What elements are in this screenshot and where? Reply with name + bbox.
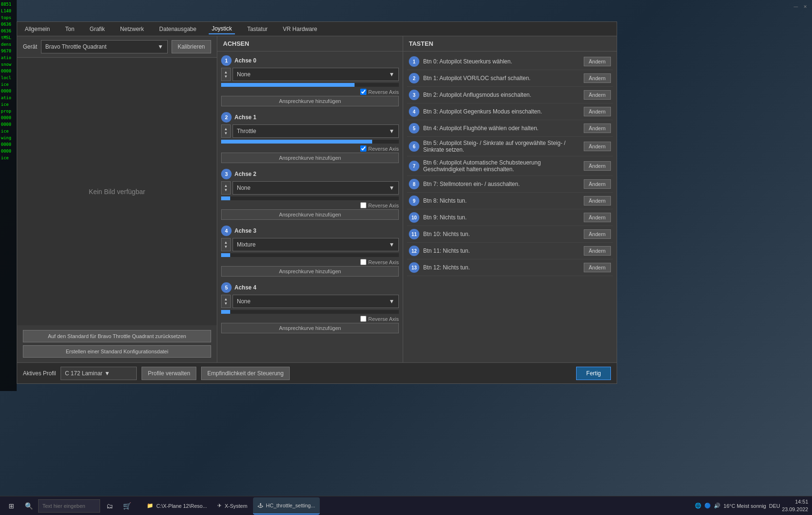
telem-line: atio: [1, 54, 16, 61]
aendern-btn-11[interactable]: Ändern: [584, 246, 611, 256]
axis-item-2: 3 Achse 2 ▲ ▼ None ▼ Reverse Axis Anspre…: [221, 169, 399, 220]
axis-controls-4: ▲ ▼ None ▼: [221, 295, 399, 308]
btn-label-0: Btn 0: Autopilot Steuerkurs wählen.: [423, 58, 580, 65]
close-button[interactable]: ✕: [802, 4, 808, 10]
axis-header-1: 2 Achse 1: [221, 112, 399, 123]
menu-allgemein[interactable]: Allgemein: [22, 24, 53, 34]
aendern-btn-3[interactable]: Ändern: [584, 107, 611, 116]
axis-bar-container-0: [221, 83, 399, 87]
axis-select-1[interactable]: Throttle ▼: [233, 124, 399, 138]
axis-reverse-checkbox-1[interactable]: [360, 145, 366, 152]
axis-header-2: 3 Achse 2: [221, 169, 399, 179]
tasten-item-4: 5 Btn 4: Autopilot Flughöhe wählen oder …: [407, 120, 613, 137]
calibrate-button[interactable]: Kalibrieren: [172, 40, 211, 53]
taskbar-search-input[interactable]: [38, 499, 100, 513]
add-curve-btn-3[interactable]: Ansprechkurve hinzufügen: [221, 266, 399, 277]
axes-list: 1 Achse 0 ▲ ▼ None ▼ Reverse Axis Anspre…: [217, 52, 403, 362]
taskbar-explorer-icon[interactable]: 🗂: [102, 498, 117, 514]
telem-line: 9670: [1, 48, 16, 54]
axis-reverse-row-1: Reverse Axis: [221, 145, 399, 152]
device-image-area: Kein Bild verfügbar: [17, 58, 217, 325]
menu-grafik[interactable]: Grafik: [87, 24, 108, 34]
device-bottom-buttons: Auf den Standard für Bravo Throttle Quad…: [17, 325, 217, 362]
search-icon[interactable]: 🔍: [21, 498, 36, 514]
menu-datenausgabe[interactable]: Datenausgabe: [156, 24, 199, 34]
aendern-btn-4[interactable]: Ändern: [584, 124, 611, 133]
telem-line: 0000: [1, 114, 16, 121]
profile-select[interactable]: C 172 Laminar ▼: [61, 367, 137, 380]
menu-tastatur[interactable]: Tastatur: [244, 24, 271, 34]
menu-ton[interactable]: Ton: [62, 24, 77, 34]
menu-netzwerk[interactable]: Netzwerk: [117, 24, 147, 34]
app-label-explorer: C:\X-Plane 12\Reso...: [156, 503, 207, 509]
btn-label-3: Btn 3: Autopilot Gegenkurs Modus einscha…: [423, 108, 580, 115]
telem-line: snow: [1, 61, 16, 68]
aendern-btn-2[interactable]: Ändern: [584, 90, 611, 100]
axis-selected-value-1: Throttle: [237, 128, 256, 134]
taskbar-app-xplane[interactable]: ✈X-System: [213, 497, 252, 515]
telem-line: tops: [1, 14, 16, 21]
axis-prev-btn-3[interactable]: ▲ ▼: [221, 238, 231, 251]
aendern-btn-0[interactable]: Ändern: [584, 57, 611, 66]
axis-select-0[interactable]: None ▼: [233, 68, 399, 81]
btn-label-9: Btn 9: Nichts tun.: [423, 214, 580, 221]
axis-prev-btn-2[interactable]: ▲ ▼: [221, 181, 231, 195]
menu-vr-hardware[interactable]: VR Hardware: [280, 24, 320, 34]
aendern-btn-7[interactable]: Ändern: [584, 179, 611, 189]
add-curve-btn-1[interactable]: Ansprechkurve hinzufügen: [221, 153, 399, 163]
device-select[interactable]: Bravo Throttle Quadrant ▼: [41, 40, 168, 53]
fertig-button[interactable]: Fertig: [576, 367, 611, 380]
app-label-xplane: X-System: [224, 503, 247, 509]
btn-number-10: 11: [409, 229, 419, 239]
axis-select-2[interactable]: None ▼: [233, 181, 399, 195]
chevron-down-icon: ▼: [389, 71, 395, 78]
content-area: Gerät Bravo Throttle Quadrant ▼ Kalibrie…: [17, 36, 617, 362]
reset-button[interactable]: Auf den Standard für Bravo Throttle Quad…: [23, 330, 211, 342]
create-config-button[interactable]: Erstellen einer Standard Konfigurationsd…: [23, 345, 211, 358]
add-curve-btn-0[interactable]: Ansprechkurve hinzufügen: [221, 96, 399, 106]
start-button[interactable]: ⊞: [4, 498, 19, 514]
no-image-text: Kein Bild verfügbar: [89, 188, 145, 196]
taskbar-time: 14:51: [782, 498, 808, 505]
telem-line: ice: [1, 81, 16, 88]
aendern-btn-8[interactable]: Ändern: [584, 196, 611, 206]
taskbar-app-explorer[interactable]: 📁C:\X-Plane 12\Reso...: [142, 497, 212, 515]
axis-reverse-label-4: Reverse Axis: [368, 316, 399, 322]
axis-prev-btn-4[interactable]: ▲ ▼: [221, 295, 231, 308]
axis-prev-btn-1[interactable]: ▲ ▼: [221, 124, 231, 138]
app-icon-xplane: ✈: [217, 503, 222, 509]
tasten-item-9: 10 Btn 9: Nichts tun. Ändern: [407, 209, 613, 226]
taskbar: ⊞ 🔍 🗂 🛒 📁C:\X-Plane 12\Reso...✈X-System🕹…: [0, 496, 812, 515]
telem-line: 0000: [1, 88, 16, 94]
add-curve-btn-4[interactable]: Ansprechkurve hinzufügen: [221, 323, 399, 333]
chevron-down-icon: ▼: [389, 128, 395, 134]
axis-reverse-checkbox-0[interactable]: [360, 89, 366, 95]
axis-reverse-checkbox-3[interactable]: [360, 259, 366, 265]
add-curve-btn-2[interactable]: Ansprechkurve hinzufügen: [221, 209, 399, 220]
aendern-btn-6[interactable]: Ändern: [584, 161, 611, 171]
aendern-btn-5[interactable]: Ändern: [584, 142, 611, 151]
axis-prev-btn-0[interactable]: ▲ ▼: [221, 68, 231, 81]
btn-label-1: Btn 1: Autopilot VOR/LOC scharf schalten…: [423, 75, 580, 82]
sensitivity-button[interactable]: Empfindlichkeit der Steuerung: [201, 367, 290, 380]
aendern-btn-1[interactable]: Ändern: [584, 73, 611, 83]
axis-select-3[interactable]: Mixture ▼: [233, 238, 399, 251]
aendern-btn-9[interactable]: Ändern: [584, 213, 611, 222]
aendern-btn-12[interactable]: Ändern: [584, 263, 611, 272]
chevron-down-icon: ▼: [104, 370, 110, 377]
axis-bar-1: [221, 140, 372, 144]
axis-bar-container-4: [221, 310, 399, 314]
axis-reverse-checkbox-4[interactable]: [360, 316, 366, 322]
axis-select-4[interactable]: None ▼: [233, 295, 399, 308]
axis-selected-value-3: Mixture: [237, 241, 255, 248]
taskbar-store-icon[interactable]: 🛒: [119, 498, 134, 514]
aendern-btn-10[interactable]: Ändern: [584, 229, 611, 239]
menu-joystick[interactable]: Joystick: [209, 24, 235, 34]
minimize-button[interactable]: —: [793, 4, 799, 10]
axis-reverse-checkbox-2[interactable]: [360, 202, 366, 208]
tasten-header: TASTEN: [403, 36, 617, 52]
chevron-down-icon: ▼: [389, 241, 395, 248]
taskbar-app-hc_throttle[interactable]: 🕹HC_throttle_setting...: [253, 497, 320, 515]
manage-profiles-button[interactable]: Profile verwalten: [142, 367, 196, 380]
axis-reverse-row-3: Reverse Axis: [221, 259, 399, 265]
